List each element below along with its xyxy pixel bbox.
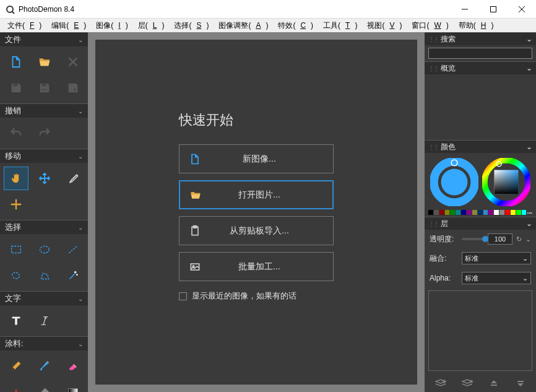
delete-layer-icon[interactable] xyxy=(459,377,475,390)
open-file-icon[interactable] xyxy=(32,50,57,74)
section-file-header[interactable]: 文件⌄ xyxy=(0,33,88,46)
fill-tool-icon[interactable] xyxy=(32,380,57,392)
color-swatch[interactable] xyxy=(499,210,504,215)
section-undo-header[interactable]: 撤销⌄ xyxy=(0,104,88,118)
color-swatch[interactable] xyxy=(439,210,444,215)
text-italic-tool-icon[interactable] xyxy=(32,309,57,333)
section-move-label: 移动 xyxy=(5,150,21,162)
menu-item-h[interactable]: 帮助(H) xyxy=(454,19,499,32)
quickstart-batch-button[interactable]: 批量加工... xyxy=(179,252,334,281)
crop-tool-icon[interactable] xyxy=(4,193,28,216)
color-swatch[interactable] xyxy=(516,210,521,215)
opacity-reset-icon[interactable]: ↻ xyxy=(516,235,522,243)
hand-tool-icon[interactable] xyxy=(4,167,28,190)
color-swatch[interactable] xyxy=(434,210,439,215)
color-swatch[interactable] xyxy=(450,210,455,215)
menu-item-a[interactable]: 图像调整(A) xyxy=(214,19,273,32)
quickstart-new-button[interactable]: 新图像... xyxy=(179,144,334,173)
section-move-header[interactable]: 移动⌄ xyxy=(0,149,88,163)
minimize-button[interactable] xyxy=(451,0,479,18)
search-input[interactable] xyxy=(428,48,532,59)
layer-list[interactable] xyxy=(428,290,532,371)
pencil-tool-icon[interactable] xyxy=(4,354,28,378)
save-as-icon[interactable] xyxy=(32,76,57,100)
new-file-icon[interactable] xyxy=(4,50,28,74)
add-layer-icon[interactable] xyxy=(433,377,449,390)
color-swatch[interactable] xyxy=(478,210,483,215)
quickstart-button-label: 新图像... xyxy=(210,154,333,165)
export-icon[interactable] xyxy=(61,76,85,100)
color-swatch[interactable] xyxy=(505,210,510,215)
menu-item-v[interactable]: 视图(V) xyxy=(362,19,407,32)
layer-down-icon[interactable] xyxy=(512,377,529,390)
menu-item-t[interactable]: 工具(T) xyxy=(318,19,362,32)
color-swatch[interactable] xyxy=(488,210,493,215)
ellipse-select-icon[interactable] xyxy=(32,238,57,261)
undo-icon[interactable] xyxy=(4,121,28,145)
wand-select-icon[interactable] xyxy=(61,264,85,287)
close-file-icon[interactable] xyxy=(61,50,85,74)
menubar: 文件(F)编辑(E)图像(I)层(L)选择(S)图像调整(A)特效(C)工具(T… xyxy=(0,19,536,32)
quickstart-clipboard-button[interactable]: 从剪贴板导入... xyxy=(179,216,334,245)
opacity-slider[interactable] xyxy=(462,238,485,240)
menu-item-f[interactable]: 文件(F) xyxy=(2,19,46,32)
color-swatch[interactable] xyxy=(467,210,472,215)
color-swatch[interactable] xyxy=(445,210,450,215)
poly-select-icon[interactable] xyxy=(32,264,57,287)
color-wheel-left[interactable] xyxy=(430,158,478,206)
section-text-header[interactable]: 文字⌄ xyxy=(0,292,88,305)
redo-icon[interactable] xyxy=(32,121,57,145)
right-panel: ⋮⋮搜索⌄ ⋮⋮概览⌄ ⋮⋮颜色⌄ xyxy=(425,32,536,392)
color-swatch[interactable] xyxy=(461,210,466,215)
move-tool-icon[interactable] xyxy=(32,167,57,190)
checkbox-icon xyxy=(179,292,187,300)
eraser-tool-icon[interactable] xyxy=(61,354,85,378)
svg-line-1 xyxy=(12,11,14,14)
color-swatch[interactable] xyxy=(511,210,516,215)
color-swatch[interactable] xyxy=(483,210,488,215)
alpha-mode-select[interactable]: 标准⌄ xyxy=(462,272,531,284)
save-icon[interactable] xyxy=(4,76,28,100)
menu-item-i[interactable]: 图像(I) xyxy=(91,19,132,32)
layers-panel-header[interactable]: ⋮⋮层⌄ xyxy=(425,217,536,230)
gradient-tool-icon[interactable] xyxy=(61,380,85,392)
more-swatches-icon[interactable]: ••• xyxy=(527,210,532,216)
eyedropper-tool-icon[interactable] xyxy=(61,167,85,190)
menu-item-c[interactable]: 特效(C) xyxy=(273,19,318,32)
blend-mode-select[interactable]: 标准⌄ xyxy=(462,252,531,264)
menu-item-e[interactable]: 编辑(E) xyxy=(46,19,91,32)
section-select-header[interactable]: 选择⌄ xyxy=(0,220,88,234)
overview-panel-header[interactable]: ⋮⋮概览⌄ xyxy=(425,62,536,74)
color-swatch[interactable] xyxy=(456,210,460,215)
color-swatch[interactable] xyxy=(522,210,527,215)
titlebar: PhotoDemon 8.4 xyxy=(0,0,536,19)
color-swatches[interactable]: ••• xyxy=(425,209,536,217)
line-select-icon[interactable] xyxy=(61,238,85,261)
color-swatch[interactable] xyxy=(428,210,433,215)
opacity-menu-icon[interactable]: ⌄ xyxy=(525,235,531,243)
section-paint-header[interactable]: 涂料:⌄ xyxy=(0,337,88,351)
opacity-input[interactable] xyxy=(488,233,512,245)
menu-item-w[interactable]: 窗口(W) xyxy=(407,19,453,32)
color-wheel-right[interactable] xyxy=(482,158,530,206)
overview-title: 概览 xyxy=(441,64,456,72)
close-button[interactable] xyxy=(508,0,536,18)
brush-tool-icon[interactable] xyxy=(32,354,57,378)
color-panel-header[interactable]: ⋮⋮颜色⌄ xyxy=(425,141,536,153)
menu-item-s[interactable]: 选择(S) xyxy=(169,19,214,32)
quickstart-button-label: 从剪贴板导入... xyxy=(210,225,333,237)
rect-select-icon[interactable] xyxy=(4,238,28,261)
text-tool-icon[interactable] xyxy=(4,309,28,333)
stamp-tool-icon[interactable] xyxy=(4,380,28,392)
lasso-select-icon[interactable] xyxy=(4,264,28,287)
svg-point-22 xyxy=(441,169,468,196)
menu-item-l[interactable]: 层(L) xyxy=(133,19,170,32)
maximize-button[interactable] xyxy=(479,0,508,18)
quickstart-open-button[interactable]: 打开图片... xyxy=(179,180,334,209)
layer-up-icon[interactable] xyxy=(486,377,502,390)
show-recent-checkbox[interactable]: 显示最近的图像，如果有的话 xyxy=(179,290,334,302)
color-swatch[interactable] xyxy=(494,210,499,215)
search-panel-header[interactable]: ⋮⋮搜索⌄ xyxy=(425,33,536,45)
chevron-down-icon: ⌄ xyxy=(522,274,528,282)
color-swatch[interactable] xyxy=(472,210,477,215)
